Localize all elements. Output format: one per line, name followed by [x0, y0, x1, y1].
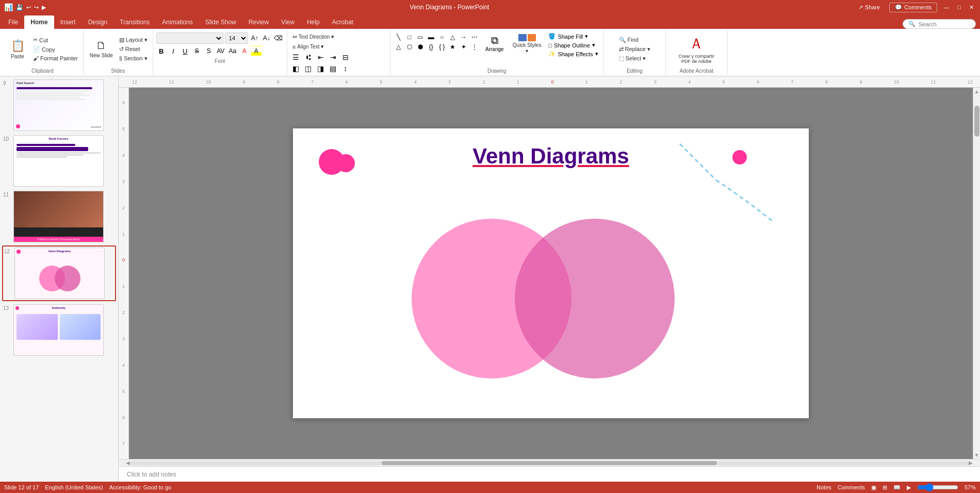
- bullets-button[interactable]: ☰: [290, 52, 302, 62]
- font-decrease-button[interactable]: A↓: [262, 33, 272, 43]
- slide-item-9[interactable]: 9 Paid Search ★★★★★: [2, 78, 116, 132]
- increase-indent-button[interactable]: ⇥: [328, 52, 339, 62]
- cut-button[interactable]: ✂ Cut: [31, 36, 80, 44]
- shape-line-tool[interactable]: ╲: [394, 32, 404, 42]
- quick-access-save[interactable]: 💾: [16, 4, 23, 11]
- bold-button[interactable]: B: [156, 46, 167, 56]
- tab-animations[interactable]: Animations: [156, 15, 199, 29]
- shape-effects-button[interactable]: ✨ Shape Effects ▾: [546, 50, 600, 58]
- align-left-button[interactable]: ◧: [290, 63, 302, 74]
- shape-fill-button[interactable]: 🪣 Shape Fill ▾: [546, 32, 600, 40]
- minimize-button[interactable]: —: [941, 4, 951, 10]
- find-button[interactable]: 🔍 Find: [617, 36, 652, 44]
- shape-t4[interactable]: {}: [426, 42, 436, 52]
- italic-button[interactable]: I: [168, 46, 178, 56]
- tab-help[interactable]: Help: [301, 15, 326, 29]
- shape-triangle-tool[interactable]: △: [448, 32, 458, 42]
- tab-acrobat[interactable]: Acrobat: [326, 15, 360, 29]
- slide-item-11[interactable]: 11 A Picture is Worth a Thousand Words: [2, 190, 116, 243]
- shape-t7[interactable]: ✦: [459, 42, 469, 52]
- shape-oval-tool[interactable]: ○: [437, 32, 447, 42]
- comments-status-button[interactable]: Comments: [838, 484, 865, 490]
- line-spacing-button[interactable]: ↕: [340, 63, 351, 74]
- tab-transitions[interactable]: Transitions: [113, 15, 156, 29]
- tab-home[interactable]: Home: [24, 15, 54, 29]
- strikethrough-button[interactable]: S: [192, 46, 202, 56]
- scroll-track[interactable]: [130, 461, 969, 465]
- view-slide-sorter[interactable]: ⊞: [883, 484, 887, 491]
- shape-t8[interactable]: ⋮: [469, 42, 480, 52]
- vertical-scrollbar[interactable]: ▲ ▼: [973, 88, 980, 459]
- notes-button[interactable]: Notes: [816, 484, 831, 490]
- underline-button[interactable]: U: [180, 46, 190, 56]
- slide-item-13[interactable]: 13 Authority: [2, 303, 116, 357]
- text-direction-button[interactable]: ⇔ Text Direction ▾: [290, 32, 337, 41]
- vertical-scroll-thumb[interactable]: [974, 106, 979, 137]
- tab-file[interactable]: File: [2, 15, 24, 29]
- shape-t5[interactable]: { }: [437, 42, 447, 52]
- tab-review[interactable]: Review: [242, 15, 275, 29]
- highlight-button[interactable]: A: [251, 46, 262, 56]
- decrease-indent-button[interactable]: ⇤: [315, 52, 326, 62]
- notes-bar[interactable]: Click to add notes: [119, 466, 980, 482]
- format-painter-button[interactable]: 🖌 Format Painter: [31, 54, 80, 62]
- shape-t3[interactable]: ⬢: [415, 42, 426, 52]
- close-button[interactable]: ✕: [967, 4, 976, 11]
- paste-button[interactable]: 📋 Paste: [5, 38, 30, 61]
- shadow-button[interactable]: S: [204, 46, 214, 56]
- shape-t1[interactable]: △: [394, 42, 404, 52]
- horizontal-scrollbar[interactable]: ◀ ▶: [119, 459, 980, 466]
- numbering-button[interactable]: ⑆: [303, 52, 314, 62]
- clear-format-button[interactable]: ⌫: [273, 33, 284, 43]
- quick-access-undo[interactable]: ↩: [26, 4, 31, 11]
- shape-t6[interactable]: ★: [448, 42, 458, 52]
- layout-button[interactable]: ▤ Layout ▾: [117, 36, 150, 44]
- shape-rect-tool[interactable]: □: [404, 32, 415, 42]
- arrange-button[interactable]: ⧉ Arrange: [482, 32, 508, 54]
- shape-arrow-tool[interactable]: →: [459, 32, 469, 42]
- char-spacing-button[interactable]: AV: [216, 46, 226, 56]
- font-increase-button[interactable]: A↑: [250, 33, 260, 43]
- shape-rect3-tool[interactable]: ▬: [426, 32, 436, 42]
- shape-outline-button[interactable]: □ Shape Outline ▾: [546, 41, 600, 49]
- search-input[interactable]: [919, 21, 970, 27]
- view-reading[interactable]: 📖: [893, 484, 901, 491]
- quick-access-present[interactable]: ▶: [42, 4, 46, 11]
- align-right-button[interactable]: ◨: [315, 63, 326, 74]
- comments-button[interactable]: 💬 Comments: [889, 3, 937, 12]
- reset-button[interactable]: ↺ Reset: [117, 45, 150, 54]
- shape-more-tool[interactable]: ⋯: [469, 32, 480, 42]
- font-size-select[interactable]: 14: [225, 32, 248, 44]
- shape-rect2-tool[interactable]: ▭: [415, 32, 426, 42]
- font-color-button[interactable]: A: [239, 46, 250, 56]
- align-text-button[interactable]: ≡ Align Text ▾: [290, 42, 326, 51]
- zoom-slider[interactable]: [917, 483, 958, 491]
- copy-button[interactable]: 📄 Copy: [31, 45, 80, 54]
- tab-slideshow[interactable]: Slide Show: [199, 15, 242, 29]
- venn-circle-right[interactable]: [515, 219, 675, 379]
- view-present[interactable]: ▶: [907, 484, 911, 491]
- font-name-select[interactable]: [156, 32, 223, 44]
- share-button[interactable]: ↗ Share: [853, 3, 885, 12]
- col-button[interactable]: ⊟: [340, 52, 351, 62]
- slide-item-12[interactable]: 12 Venn Diagrams - - -: [2, 245, 116, 301]
- scroll-thumb[interactable]: [382, 461, 717, 465]
- shape-t2[interactable]: ⬡: [404, 42, 415, 52]
- maximize-button[interactable]: □: [955, 4, 963, 10]
- search-bar[interactable]: 🔍: [903, 19, 976, 29]
- tab-insert[interactable]: Insert: [54, 15, 82, 29]
- align-center-button[interactable]: ◫: [303, 63, 314, 74]
- tab-design[interactable]: Design: [82, 15, 113, 29]
- justify-button[interactable]: ▤: [328, 63, 339, 74]
- quick-access-redo[interactable]: ↪: [34, 4, 39, 11]
- slide-item-10[interactable]: 10 Rank Factors: [2, 134, 116, 188]
- tab-view[interactable]: View: [275, 15, 301, 29]
- slide-canvas-wrapper[interactable]: Venn Diagrams: [129, 88, 973, 459]
- quick-styles-button[interactable]: Quick Styles ▾: [510, 32, 545, 55]
- adobe-create-pdf-button[interactable]: Ａ Crear y compartir PDF de Adobe: [671, 32, 722, 65]
- new-slide-button[interactable]: 🗋 New Slide: [87, 38, 116, 60]
- select-button[interactable]: ⬚ Select ▾: [617, 54, 652, 63]
- replace-button[interactable]: ⇄ Replace ▾: [617, 45, 652, 54]
- font-case-button[interactable]: Aa: [227, 46, 238, 56]
- section-button[interactable]: § Section ▾: [117, 54, 150, 63]
